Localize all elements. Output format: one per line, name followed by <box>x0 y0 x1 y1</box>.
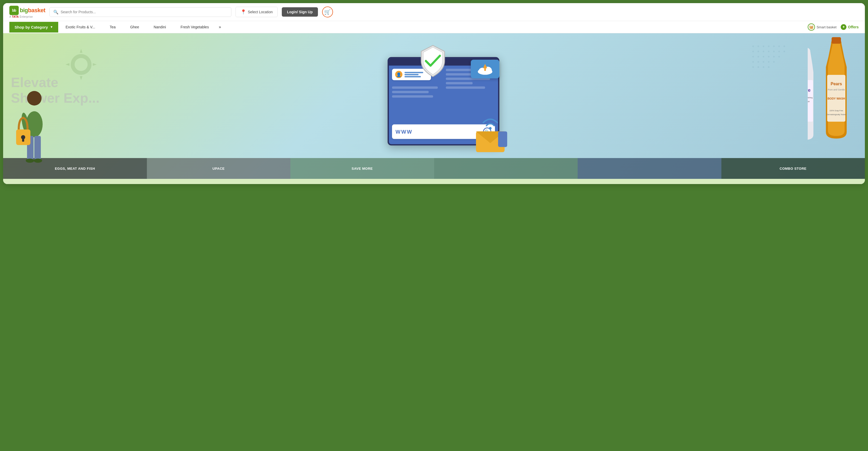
bottom-banners: EGGS, MEAT AND FISH UPACE SAVE MORE COMB… <box>3 158 865 179</box>
banner-4[interactable] <box>434 158 578 179</box>
dove-bottle-illustration: dove Deeply Nourishing Body Wash <box>808 46 821 145</box>
banner-save-more[interactable]: SAVE MORE <box>290 158 434 179</box>
svg-point-2 <box>763 45 764 47</box>
id-avatar: 👤 <box>395 71 402 78</box>
svg-point-17 <box>768 56 770 58</box>
offers-button[interactable]: ✦ Offers <box>841 24 859 30</box>
svg-point-0 <box>752 45 754 47</box>
cart-icon: 🛒 <box>324 9 331 15</box>
nav-right: 🧺 Smart basket ✦ Offers <box>808 23 859 31</box>
svg-rect-38 <box>22 138 24 142</box>
logo-icon: bb <box>9 6 19 15</box>
nav-item-ghee[interactable]: Ghee <box>123 21 146 33</box>
svg-rect-32 <box>34 136 41 159</box>
wifi-envelope <box>473 116 510 153</box>
svg-point-14 <box>752 56 754 58</box>
nav-item-nandini[interactable]: Nandini <box>146 21 173 33</box>
svg-text:Body Wash: Body Wash <box>808 101 810 103</box>
banner-upace[interactable]: UPACE <box>147 158 291 179</box>
svg-text:Pure and Gentle: Pure and Gentle <box>828 88 845 91</box>
nav-bar: Shop by Category ▼ Exotic Fruits & V... … <box>3 21 865 33</box>
logo-bigbasket[interactable]: bb bigbasket <box>9 6 45 15</box>
nav-more-button[interactable]: » <box>216 21 223 33</box>
shield-icon <box>418 44 447 78</box>
shop-by-category-label: Shop by Category <box>14 25 48 29</box>
search-input[interactable] <box>61 10 227 14</box>
svg-point-29 <box>27 91 41 105</box>
upload-cloud-popup <box>471 60 499 78</box>
svg-point-5 <box>778 45 780 47</box>
banner-5[interactable] <box>578 158 721 179</box>
nav-item-tea[interactable]: Tea <box>102 21 123 33</box>
svg-text:Dermatologically Tested: Dermatologically Tested <box>827 114 846 116</box>
smart-basket-button[interactable]: 🧺 Smart basket <box>808 23 837 31</box>
svg-point-9 <box>763 51 764 52</box>
logo-area: bb bigbasket A TATA Enterprise <box>9 6 45 18</box>
hero-banner: Elevate Shower Exp... <box>3 33 865 179</box>
svg-point-11 <box>773 51 775 52</box>
svg-point-21 <box>757 61 759 63</box>
nav-item-fresh-veg[interactable]: Fresh Vegetables <box>173 21 216 33</box>
svg-point-13 <box>783 51 785 52</box>
svg-point-4 <box>773 45 775 47</box>
svg-point-28 <box>768 66 770 68</box>
svg-point-3 <box>768 45 770 47</box>
login-button[interactable]: Login/ Sign Up <box>282 7 318 17</box>
products-right: Pears Pure and Gentle BODY WASH 100% Soa… <box>808 33 865 179</box>
upload-cloud-icon <box>477 63 493 76</box>
svg-rect-53 <box>832 37 841 44</box>
svg-point-45 <box>489 127 492 130</box>
svg-point-27 <box>763 66 764 68</box>
dove-product: dove Deeply Nourishing Body Wash <box>808 46 821 145</box>
main-container: bb bigbasket A TATA Enterprise 🔍 📍 Selec… <box>3 3 865 184</box>
svg-point-22 <box>763 61 764 63</box>
search-bar[interactable]: 🔍 <box>50 7 231 17</box>
svg-point-26 <box>757 66 759 68</box>
svg-point-34 <box>34 159 42 163</box>
chevron-down-icon: ▼ <box>50 25 53 29</box>
svg-point-24 <box>773 61 775 63</box>
nav-items: Exotic Fruits & V... Tea Ghee Nandini Fr… <box>58 21 808 33</box>
location-icon: 📍 <box>241 9 246 15</box>
dots-pattern <box>750 44 803 83</box>
security-popup: ✕ 👤 <box>351 50 502 159</box>
search-icon: 🔍 <box>53 10 59 14</box>
svg-text:Pears: Pears <box>831 82 842 86</box>
svg-point-15 <box>757 56 759 58</box>
cart-button[interactable]: 🛒 <box>322 6 333 18</box>
svg-point-16 <box>763 56 764 58</box>
svg-text:100% Soap Free: 100% Soap Free <box>830 110 843 112</box>
svg-point-20 <box>752 61 754 63</box>
svg-point-1 <box>757 45 759 47</box>
main-content: Elevate Shower Exp... <box>3 33 865 184</box>
tata-label: A TATA Enterprise <box>9 15 33 18</box>
svg-point-18 <box>773 56 775 58</box>
location-button[interactable]: 📍 Select Location <box>236 7 278 17</box>
wifi-envelope-icon <box>473 116 510 152</box>
www-text: WWW <box>396 129 413 135</box>
offers-icon: ✦ <box>841 24 846 30</box>
svg-rect-46 <box>498 132 507 147</box>
offers-label: Offers <box>848 25 859 29</box>
smart-basket-label: Smart basket <box>816 25 837 29</box>
header: bb bigbasket A TATA Enterprise 🔍 📍 Selec… <box>3 3 865 21</box>
banner-combo-store[interactable]: COMBO STORE <box>721 158 865 179</box>
svg-point-19 <box>778 56 780 58</box>
shield-wrap <box>418 44 447 79</box>
smart-basket-icon: 🧺 <box>808 23 815 31</box>
svg-point-8 <box>757 51 759 52</box>
svg-text:dove: dove <box>808 88 811 93</box>
person-figure <box>11 85 50 179</box>
svg-point-10 <box>768 51 770 52</box>
nav-item-exotic-fruits[interactable]: Exotic Fruits & V... <box>58 21 102 33</box>
svg-point-6 <box>783 45 785 47</box>
svg-point-7 <box>752 51 754 52</box>
svg-point-23 <box>768 61 770 63</box>
shop-by-category-button[interactable]: Shop by Category ▼ <box>9 22 58 32</box>
svg-point-25 <box>752 66 754 68</box>
logo-text: bigbasket <box>20 7 45 14</box>
svg-text:BODY WASH: BODY WASH <box>828 97 845 100</box>
svg-point-33 <box>26 159 34 163</box>
svg-point-12 <box>778 51 780 52</box>
svg-text:Deeply Nourishing: Deeply Nourishing <box>808 97 813 99</box>
